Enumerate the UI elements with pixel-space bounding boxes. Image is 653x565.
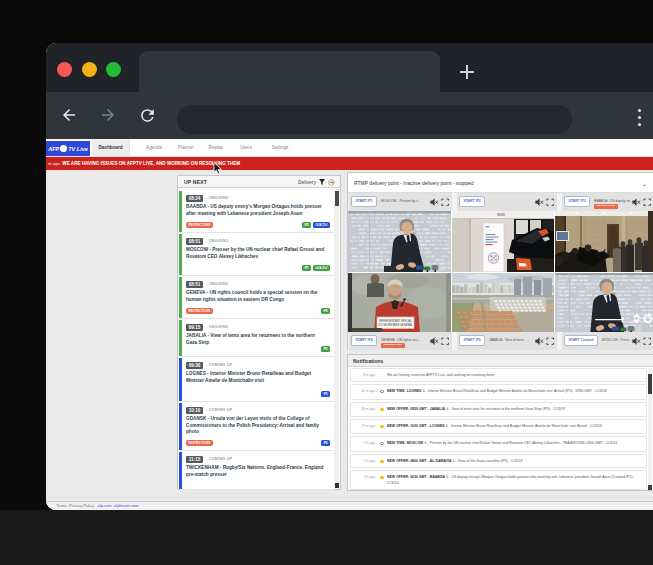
svg-text:REPRESENTANT SPECIAL: REPRESENTANT SPECIAL	[379, 319, 412, 323]
svg-text:DU SECRETAIRE GENERAL: DU SECRETAIRE GENERAL	[379, 323, 414, 327]
